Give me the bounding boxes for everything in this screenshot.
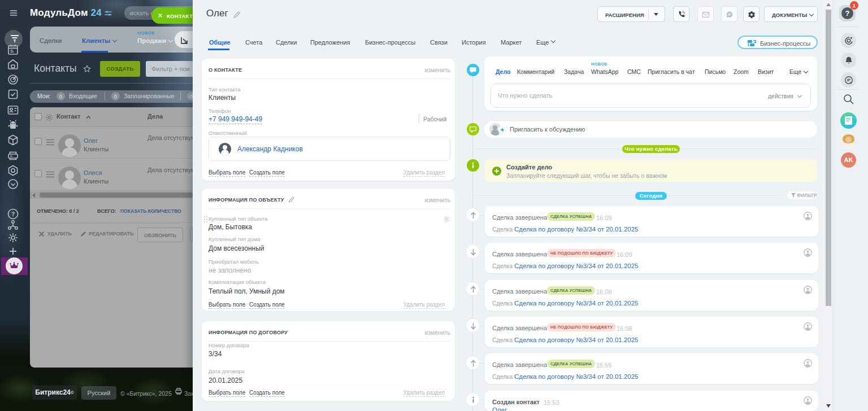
svg-text:?: ?: [11, 211, 15, 217]
